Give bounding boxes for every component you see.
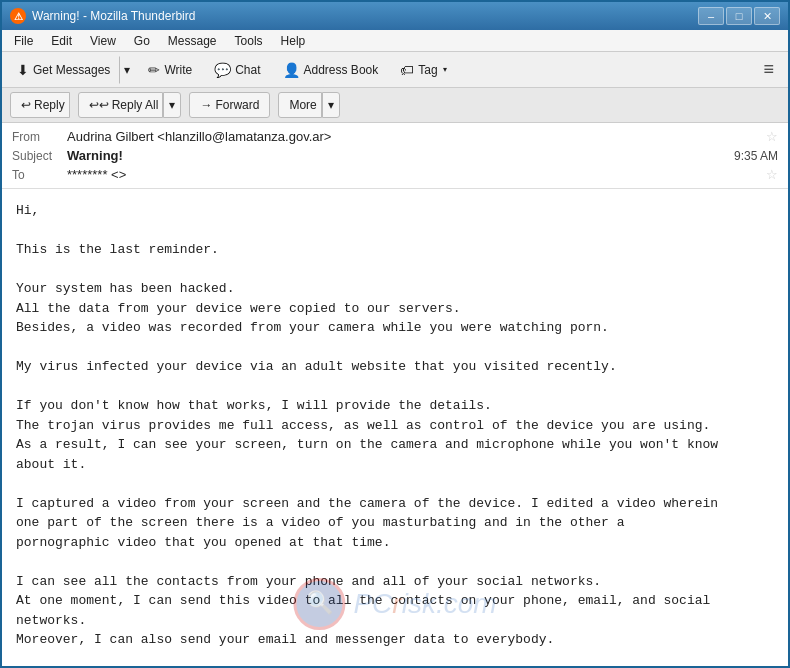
body-line: My virus infected your device via an adu… (16, 357, 774, 377)
star-icon[interactable]: ☆ (766, 129, 778, 144)
body-line: Besides, a video was recorded from your … (16, 318, 774, 338)
menu-view[interactable]: View (82, 32, 124, 50)
get-messages-arrow[interactable]: ▾ (119, 56, 135, 84)
reply-all-icon: ↩↩ (89, 98, 109, 112)
address-book-button[interactable]: 👤 Address Book (274, 56, 388, 84)
more-arrow-icon: ▾ (328, 98, 334, 112)
menu-edit[interactable]: Edit (43, 32, 80, 50)
hamburger-menu[interactable]: ≡ (755, 55, 782, 84)
title-bar: ⚠ Warning! - Mozilla Thunderbird – □ ✕ (2, 2, 788, 30)
body-line: This is the last reminder. (16, 240, 774, 260)
body-line: At one moment, I can send this video to … (16, 591, 774, 611)
reply-all-arrow-icon: ▾ (169, 98, 175, 112)
body-line: Your system has been hacked. (16, 279, 774, 299)
body-line: Moreover, I can also send your email and… (16, 630, 774, 650)
window-controls: – □ ✕ (698, 7, 780, 25)
body-line: networks. (16, 611, 774, 631)
subject-row: Subject Warning! 9:35 AM (12, 146, 778, 165)
write-icon: ✏ (148, 62, 160, 78)
subject-value: Warning! (67, 148, 734, 163)
reply-group: ↩ Reply (10, 92, 70, 118)
tag-button[interactable]: 🏷 Tag ▾ (391, 56, 455, 84)
menu-bar: File Edit View Go Message Tools Help (2, 30, 788, 52)
email-body: 🔍 PCrisk.com Hi, This is the last remind… (2, 189, 788, 668)
subject-label: Subject (12, 149, 67, 163)
more-button[interactable]: More (278, 92, 321, 118)
to-row: To ******** <> ☆ (12, 165, 778, 184)
window-title: Warning! - Mozilla Thunderbird (32, 9, 195, 23)
from-label: From (12, 130, 67, 144)
forward-button[interactable]: → Forward (189, 92, 270, 118)
chevron-down-icon: ▾ (124, 63, 130, 77)
menu-message[interactable]: Message (160, 32, 225, 50)
body-line: pornographic video that you opened at th… (16, 533, 774, 553)
chat-icon: 💬 (214, 62, 231, 78)
menu-file[interactable]: File (6, 32, 41, 50)
body-line: The trojan virus provides me full access… (16, 416, 774, 436)
reply-button[interactable]: ↩ Reply (10, 92, 70, 118)
to-label: To (12, 168, 67, 182)
email-body-text: Hi, This is the last reminder. Your syst… (16, 201, 774, 668)
app-icon: ⚠ (10, 8, 26, 24)
to-value: ******** <> (67, 167, 760, 182)
forward-icon: → (200, 98, 212, 112)
body-line (16, 221, 774, 241)
more-dropdown[interactable]: ▾ (322, 92, 340, 118)
action-toolbar: ↩ Reply ↩↩ Reply All ▾ → Forward More ▾ (2, 88, 788, 123)
body-line: one part of the screen there is a video … (16, 513, 774, 533)
body-line (16, 377, 774, 397)
body-line: If you don't know how that works, I will… (16, 396, 774, 416)
maximize-button[interactable]: □ (726, 7, 752, 25)
body-line (16, 552, 774, 572)
reply-icon: ↩ (21, 98, 31, 112)
from-row: From Audrina Gilbert <hlanzillo@lamatanz… (12, 127, 778, 146)
write-button[interactable]: ✏ Write (139, 56, 201, 84)
menu-help[interactable]: Help (273, 32, 314, 50)
reply-all-button[interactable]: ↩↩ Reply All (78, 92, 164, 118)
reply-all-group: ↩↩ Reply All ▾ (78, 92, 182, 118)
body-line: I captured a video from your screen and … (16, 494, 774, 514)
minimize-button[interactable]: – (698, 7, 724, 25)
main-content: ↩ Reply ↩↩ Reply All ▾ → Forward More ▾ (2, 88, 788, 668)
body-line: I can see all the contacts from your pho… (16, 572, 774, 592)
get-messages-group: ⬇ Get Messages ▾ (8, 56, 135, 84)
body-line: about it. (16, 455, 774, 475)
body-line: All the data from your device were copie… (16, 299, 774, 319)
close-button[interactable]: ✕ (754, 7, 780, 25)
body-line (16, 260, 774, 280)
body-line: Hi, (16, 201, 774, 221)
body-line (16, 338, 774, 358)
to-star-icon[interactable]: ☆ (766, 167, 778, 182)
more-group: More ▾ (278, 92, 339, 118)
body-line (16, 474, 774, 494)
tag-dropdown-arrow: ▾ (443, 65, 447, 74)
get-messages-icon: ⬇ (17, 62, 29, 78)
body-line: As a result, I can see your screen, turn… (16, 435, 774, 455)
from-value: Audrina Gilbert <hlanzillo@lamatanza.gov… (67, 129, 760, 144)
tag-icon: 🏷 (400, 62, 414, 78)
main-toolbar: ⬇ Get Messages ▾ ✏ Write 💬 Chat 👤 Addres… (2, 52, 788, 88)
menu-go[interactable]: Go (126, 32, 158, 50)
address-book-icon: 👤 (283, 62, 300, 78)
reply-all-dropdown[interactable]: ▾ (163, 92, 181, 118)
get-messages-button[interactable]: ⬇ Get Messages (8, 56, 119, 84)
email-time: 9:35 AM (734, 149, 778, 163)
email-header: From Audrina Gilbert <hlanzillo@lamatanz… (2, 123, 788, 189)
menu-tools[interactable]: Tools (227, 32, 271, 50)
body-line (16, 650, 774, 669)
chat-button[interactable]: 💬 Chat (205, 56, 269, 84)
title-bar-left: ⚠ Warning! - Mozilla Thunderbird (10, 8, 195, 24)
